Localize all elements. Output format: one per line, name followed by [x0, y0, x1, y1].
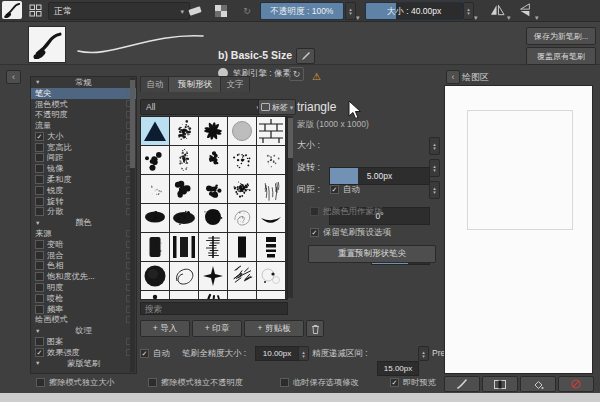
opacity-spinner[interactable] [345, 2, 356, 20]
tip-rotation-spinner[interactable] [429, 159, 440, 177]
fade-interval-spinner[interactable] [418, 346, 429, 361]
option-checkbox[interactable] [35, 153, 44, 162]
brush-tip-loop-sketch[interactable] [170, 262, 198, 290]
fade-interval-input[interactable]: 15.00px [377, 361, 419, 376]
brush-tip-speckle-faint[interactable] [141, 175, 169, 203]
delete-tip-button[interactable] [306, 320, 324, 337]
options-scrollbar-thumb[interactable] [130, 80, 135, 168]
color-as-mask-checkbox[interactable] [310, 207, 319, 216]
brush-tip-dots-cluster[interactable] [199, 175, 227, 203]
option-checkbox[interactable] [35, 261, 44, 270]
brush-tip-speckle[interactable] [228, 146, 256, 174]
option-checkbox[interactable] [35, 240, 44, 249]
spacing-auto-checkbox[interactable] [330, 185, 339, 194]
brush-tip-bar-framed[interactable] [170, 233, 198, 261]
footer-checkbox[interactable] [148, 378, 157, 387]
tip-grid-scrollbar[interactable] [288, 116, 293, 298]
reload-preset-button[interactable] [240, 3, 254, 18]
option-checkbox[interactable] [35, 283, 44, 292]
tip-size-spinner[interactable] [429, 137, 440, 155]
option-row[interactable]: 宽高比 [31, 142, 136, 153]
option-row[interactable]: 饱和度优先... [31, 271, 136, 282]
clipboard-tip-button[interactable]: + 剪贴板 [244, 320, 304, 337]
option-checkbox[interactable] [35, 305, 44, 314]
option-row[interactable]: 喷枪 [31, 293, 136, 304]
brush-tip-spine[interactable] [199, 233, 227, 261]
option-section-header[interactable]: ▼蒙版笔刷 [31, 358, 136, 369]
import-tip-button[interactable]: + 导入 [140, 320, 190, 337]
precision-auto-checkbox[interactable] [140, 349, 149, 358]
size-slider[interactable]: 大小 : 40.00px [365, 2, 463, 20]
brush-editor-toggle-button[interactable] [2, 1, 22, 19]
option-row[interactable]: 效果强度 [31, 347, 136, 358]
brush-tip-speckle-light[interactable] [257, 146, 285, 174]
eraser-mode-button[interactable] [186, 3, 204, 18]
brush-tip-scratch-dense[interactable] [228, 262, 256, 290]
brush-tip-dots-big[interactable] [141, 146, 169, 174]
brush-tip-strokes-thin[interactable] [257, 175, 285, 203]
option-checkbox[interactable] [35, 207, 44, 216]
brush-tip-splatter[interactable] [199, 146, 227, 174]
option-checkbox[interactable] [35, 197, 44, 206]
option-checkbox[interactable] [35, 251, 44, 260]
option-section-header[interactable]: ▼颜色 [31, 217, 136, 228]
option-row[interactable]: 来源 [31, 228, 136, 239]
option-row[interactable]: 图案 [31, 336, 136, 347]
reload-engine-button[interactable] [289, 67, 304, 81]
reset-predefined-tip-button[interactable]: 重置预制形状笔尖 [308, 245, 436, 263]
option-checkbox[interactable] [35, 164, 44, 173]
option-row[interactable]: 绘画模式 [31, 315, 136, 326]
option-row[interactable]: 笔尖 [31, 88, 136, 99]
tip-search-input[interactable] [140, 302, 288, 315]
full-precision-input[interactable]: 10.00px [255, 346, 299, 361]
option-row[interactable]: 混色模式 [31, 99, 136, 110]
stamp-tip-button[interactable]: + 印章 [192, 320, 242, 337]
option-row[interactable]: 色相 [31, 261, 136, 272]
option-section-header[interactable]: ▼纹理 [31, 325, 136, 336]
scratchpad-collapse-button[interactable] [446, 70, 460, 84]
scratchpad-paint-button[interactable] [444, 376, 480, 392]
brush-tip-splat-round[interactable] [199, 204, 227, 232]
option-row[interactable]: 不透明度 [31, 109, 136, 120]
mirror-vertical-caret[interactable] [535, 6, 543, 14]
option-checkbox[interactable] [35, 294, 44, 303]
footer-checkbox[interactable] [36, 378, 45, 387]
mirror-horizontal-button[interactable] [488, 2, 506, 18]
save-new-brush-button[interactable]: 保存为新笔刷... [526, 27, 596, 45]
brush-tip-bar-stack[interactable] [257, 233, 285, 261]
brush-tip-rings-faint[interactable] [257, 262, 285, 290]
scratchpad-clear-button[interactable] [558, 376, 594, 392]
brush-tip-dots-three[interactable] [257, 291, 285, 300]
brush-tip-stem[interactable] [141, 291, 169, 300]
option-row[interactable]: 明度 [31, 282, 136, 293]
option-row[interactable]: 频率 [31, 304, 136, 315]
option-row[interactable]: 混合 [31, 250, 136, 261]
brush-tip-bricks[interactable] [257, 117, 285, 145]
scratchpad-fill-button[interactable] [520, 376, 556, 392]
tab-auto[interactable]: 自动 [140, 76, 170, 92]
option-row[interactable]: 流量 [31, 120, 136, 131]
brush-tip-swirl-light[interactable] [228, 204, 256, 232]
brush-tip-circle[interactable] [228, 117, 256, 145]
option-section-header[interactable]: ▼常规 [31, 77, 136, 88]
tip-grid-scrollbar-thumb[interactable] [288, 118, 293, 158]
brush-tip-scribble-dense[interactable] [228, 175, 256, 203]
mirror-horizontal-caret[interactable] [507, 6, 515, 14]
opacity-options-caret[interactable] [356, 6, 364, 14]
opacity-slider[interactable]: 不透明度 : 100% [260, 2, 344, 20]
option-row[interactable]: 柔和度 [31, 174, 136, 185]
option-row[interactable]: 大小 [31, 131, 136, 142]
tip-size-input[interactable]: 5.00px [329, 167, 430, 185]
brush-tip-star-four[interactable] [199, 262, 227, 290]
brush-tip-disc-dark[interactable] [141, 262, 169, 290]
left-scratchpad-toggle-button[interactable] [6, 70, 21, 84]
keep-preset-checkbox[interactable] [310, 228, 319, 237]
brush-tip-texture-column[interactable] [170, 146, 198, 174]
option-checkbox[interactable] [35, 186, 44, 195]
brush-tip-blob-wide[interactable] [170, 204, 198, 232]
option-checkbox[interactable] [35, 348, 44, 357]
scratchpad-canvas[interactable] [444, 85, 593, 374]
option-row[interactable]: 旋转 [31, 196, 136, 207]
brush-tip-smoke[interactable] [170, 117, 198, 145]
option-checkbox[interactable] [35, 337, 44, 346]
